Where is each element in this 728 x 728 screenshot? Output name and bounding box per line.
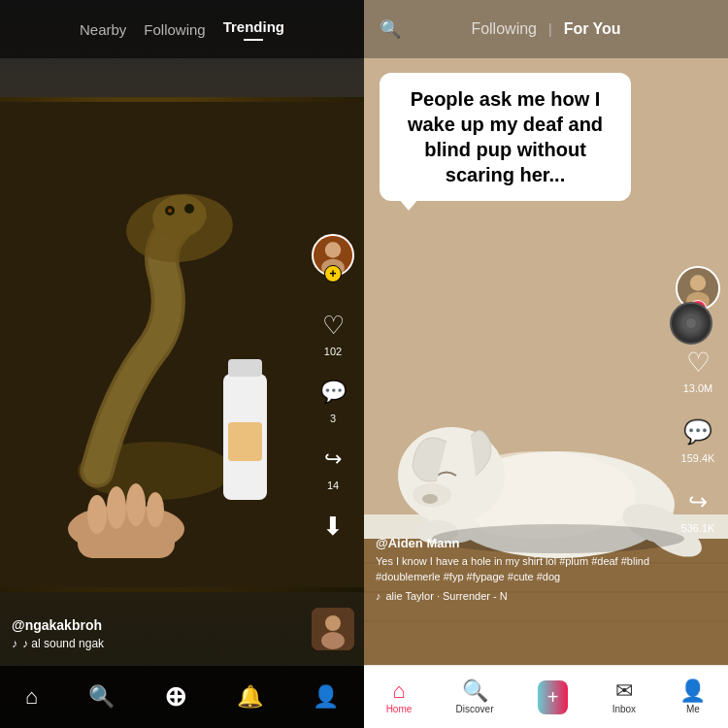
snake-visual (0, 97, 364, 592)
left-action-buttons: + ♡ 102 💬 3 ↪ 14 ⬇ (312, 234, 354, 573)
left-bottom-nav: ⌂ 🔍 ⊕ 🔔 👤 (0, 665, 364, 728)
comment-icon-right: 💬 (679, 414, 716, 450)
right-panel: 🔍 Following | For You People ask me how … (364, 0, 728, 728)
sound-avatar-left (312, 608, 354, 650)
heart-icon-left: ♡ (315, 308, 350, 343)
right-user-info: @Aiden Mann Yes I know I have a hole in … (376, 536, 650, 602)
comment-button-left[interactable]: 💬 3 (315, 375, 350, 424)
share-button-right[interactable]: ↪ 536.1K (679, 483, 716, 534)
music-note-icon-right: ♪ (376, 590, 381, 602)
left-sound-info: ♪ ♪ al sound ngak (12, 637, 296, 650)
profile-icon-left: 👤 (313, 686, 339, 708)
nav-inbox-right[interactable]: ✉ Inbox (612, 680, 636, 714)
home-icon-right: ⌂ (392, 680, 405, 702)
nav-me-right[interactable]: 👤 Me (679, 680, 706, 714)
svg-point-20 (325, 615, 341, 631)
svg-point-39 (690, 275, 706, 290)
comment-icon-left: 💬 (315, 375, 350, 410)
nav-profile-left[interactable]: 👤 (313, 686, 339, 708)
right-action-buttons: + ♡ 13.0M 💬 159.4K ↪ 536.1K (676, 266, 720, 534)
comment-button-right[interactable]: 💬 159.4K (679, 414, 716, 464)
svg-rect-15 (228, 422, 262, 461)
tab-for-you[interactable]: For You (564, 20, 621, 38)
share-icon-left: ↪ (315, 442, 350, 477)
nav-home-right[interactable]: ⌂ Home (386, 680, 413, 714)
vinyl-record-right (670, 302, 712, 345)
inbox-icon-right: ✉ (615, 680, 633, 702)
comment-count-right: 159.4K (681, 452, 715, 464)
like-count-left: 102 (324, 346, 342, 357)
right-top-bar: 🔍 Following | For You (364, 0, 728, 58)
svg-rect-14 (228, 359, 262, 377)
nav-discover-label-right: Discover (456, 704, 494, 714)
nav-add-right[interactable]: + (538, 680, 569, 714)
tab-following-right[interactable]: Following (471, 20, 537, 38)
speech-bubble: People ask me how I wake up my deaf and … (380, 73, 631, 201)
home-icon-left: ⌂ (25, 686, 38, 708)
nav-add-left[interactable]: ⊕ (164, 683, 186, 711)
nav-home-label-right: Home (386, 704, 413, 714)
svg-point-9 (87, 495, 107, 534)
add-icon-left: ⊕ (164, 683, 186, 711)
right-description: Yes I know I have a hole in my shirt lol… (376, 554, 650, 584)
share-button-left[interactable]: ↪ 14 (315, 442, 350, 491)
download-button-left[interactable]: ⬇ (315, 509, 350, 573)
tiktok-add-icon: + (538, 680, 569, 714)
snake-video-area (0, 97, 364, 592)
left-user-info: @ngakakbroh ♪ ♪ al sound ngak (12, 617, 296, 650)
nav-search-left[interactable]: 🔍 (88, 686, 115, 708)
comment-count-left: 3 (330, 413, 336, 424)
share-count-right: 536.1K (681, 522, 715, 534)
like-button-left[interactable]: ♡ 102 (315, 308, 350, 357)
download-icon-left: ⬇ (315, 509, 350, 544)
svg-point-21 (321, 632, 345, 649)
right-sound-info: ♪ alie Taylor · Surrender - N (376, 590, 650, 602)
nav-home-left[interactable]: ⌂ (25, 686, 38, 708)
search-icon-left: 🔍 (88, 686, 115, 708)
share-icon-right: ↪ (679, 483, 716, 520)
like-button-right[interactable]: ♡ 13.0M (679, 344, 716, 394)
left-top-bar: Nearby Following Trending (0, 0, 364, 58)
svg-point-17 (325, 242, 341, 257)
nav-me-label-right: Me (686, 704, 700, 714)
svg-point-6 (168, 209, 172, 213)
svg-rect-0 (0, 102, 364, 587)
follow-plus-badge[interactable]: + (324, 265, 342, 282)
tab-following-left[interactable]: Following (144, 21, 205, 38)
creator-avatar-container[interactable]: + (312, 234, 354, 277)
nav-inbox-label-right: Inbox (612, 704, 636, 714)
svg-point-11 (126, 483, 146, 526)
share-count-left: 14 (327, 480, 339, 491)
bell-icon-left: 🔔 (237, 686, 263, 708)
right-bottom-nav: ⌂ Home 🔍 Discover + ✉ Inbox 👤 Me (364, 665, 728, 728)
music-note-icon-left: ♪ (12, 637, 17, 650)
svg-point-12 (147, 492, 164, 527)
left-panel: Nearby Following Trending + ♡ 102 💬 (0, 0, 364, 728)
tab-nearby[interactable]: Nearby (80, 21, 126, 38)
nav-discover-right[interactable]: 🔍 Discover (456, 680, 494, 714)
svg-point-34 (422, 494, 438, 504)
svg-point-10 (107, 486, 126, 529)
like-count-right: 13.0M (683, 382, 713, 394)
discover-icon-right: 🔍 (462, 680, 488, 702)
left-username: @ngakakbroh (12, 617, 296, 633)
me-icon-right: 👤 (679, 680, 706, 702)
heart-icon-right: ♡ (679, 344, 716, 381)
right-sound-text: alie Taylor · Surrender - N (386, 590, 508, 602)
tab-trending[interactable]: Trending (223, 18, 284, 41)
left-sound-text: ♪ al sound ngak (22, 637, 104, 650)
nav-inbox-left[interactable]: 🔔 (237, 686, 263, 708)
right-username: @Aiden Mann (376, 536, 650, 550)
search-icon-right[interactable]: 🔍 (380, 18, 401, 40)
svg-point-5 (184, 204, 194, 214)
speech-bubble-text: People ask me how I wake up my deaf and … (395, 86, 615, 187)
